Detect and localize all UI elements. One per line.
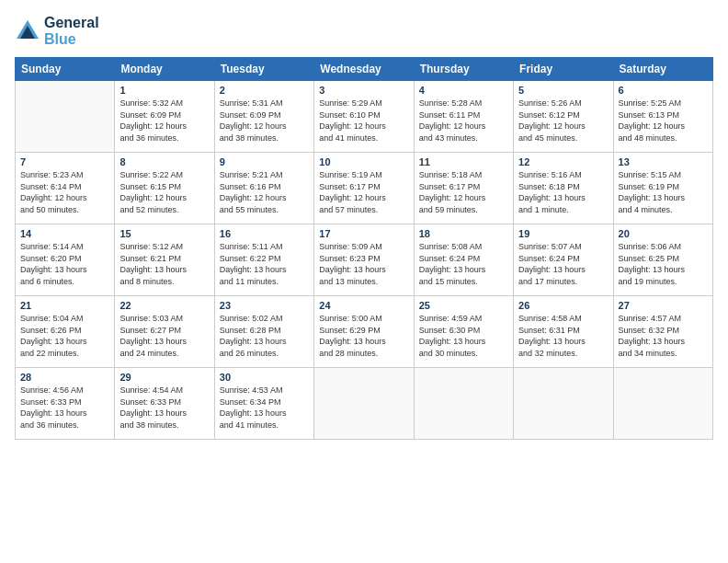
day-info: Sunrise: 5:22 AM Sunset: 6:15 PM Dayligh… — [119, 169, 209, 215]
calendar-cell: 15Sunrise: 5:12 AM Sunset: 6:21 PM Dayli… — [115, 224, 214, 296]
day-number: 25 — [419, 300, 508, 311]
calendar-cell: 26Sunrise: 4:58 AM Sunset: 6:31 PM Dayli… — [514, 296, 613, 368]
day-info: Sunrise: 5:08 AM Sunset: 6:24 PM Dayligh… — [419, 241, 508, 287]
day-info: Sunrise: 4:56 AM Sunset: 6:33 PM Dayligh… — [20, 385, 109, 431]
day-number: 9 — [220, 156, 309, 167]
day-info: Sunrise: 5:04 AM Sunset: 6:26 PM Dayligh… — [20, 313, 109, 359]
day-number: 19 — [518, 228, 608, 239]
day-info: Sunrise: 4:59 AM Sunset: 6:30 PM Dayligh… — [419, 313, 508, 359]
day-number: 26 — [518, 300, 608, 311]
day-number: 10 — [319, 156, 408, 167]
calendar-cell: 2Sunrise: 5:31 AM Sunset: 6:09 PM Daylig… — [214, 81, 313, 153]
day-info: Sunrise: 5:14 AM Sunset: 6:20 PM Dayligh… — [20, 241, 109, 287]
day-info: Sunrise: 5:03 AM Sunset: 6:27 PM Dayligh… — [119, 313, 209, 359]
day-number: 23 — [220, 300, 309, 311]
day-info: Sunrise: 5:32 AM Sunset: 6:09 PM Dayligh… — [119, 98, 209, 144]
calendar-cell — [314, 368, 414, 440]
day-number: 27 — [619, 300, 708, 311]
day-info: Sunrise: 5:09 AM Sunset: 6:23 PM Dayligh… — [319, 241, 408, 287]
calendar-cell: 20Sunrise: 5:06 AM Sunset: 6:25 PM Dayli… — [613, 224, 712, 296]
day-number: 28 — [20, 372, 109, 383]
day-info: Sunrise: 4:58 AM Sunset: 6:31 PM Dayligh… — [518, 313, 608, 359]
day-info: Sunrise: 5:31 AM Sunset: 6:09 PM Dayligh… — [220, 98, 309, 144]
calendar-header-row: SundayMondayTuesdayWednesdayThursdayFrid… — [16, 58, 713, 81]
calendar-cell: 18Sunrise: 5:08 AM Sunset: 6:24 PM Dayli… — [414, 224, 513, 296]
calendar-cell: 5Sunrise: 5:26 AM Sunset: 6:12 PM Daylig… — [514, 81, 613, 153]
calendar-header-thursday: Thursday — [414, 58, 513, 81]
calendar-week-1: 1Sunrise: 5:32 AM Sunset: 6:09 PM Daylig… — [16, 81, 713, 153]
calendar-cell: 21Sunrise: 5:04 AM Sunset: 6:26 PM Dayli… — [16, 296, 115, 368]
day-info: Sunrise: 5:25 AM Sunset: 6:13 PM Dayligh… — [619, 98, 708, 144]
calendar-cell: 7Sunrise: 5:23 AM Sunset: 6:14 PM Daylig… — [16, 153, 115, 224]
day-info: Sunrise: 5:06 AM Sunset: 6:25 PM Dayligh… — [619, 241, 708, 287]
day-number: 15 — [119, 228, 209, 239]
calendar-week-3: 14Sunrise: 5:14 AM Sunset: 6:20 PM Dayli… — [16, 224, 713, 296]
calendar-cell: 17Sunrise: 5:09 AM Sunset: 6:23 PM Dayli… — [314, 224, 414, 296]
calendar-week-4: 21Sunrise: 5:04 AM Sunset: 6:26 PM Dayli… — [16, 296, 713, 368]
calendar-cell: 1Sunrise: 5:32 AM Sunset: 6:09 PM Daylig… — [115, 81, 214, 153]
day-number: 5 — [518, 85, 608, 96]
page: General Blue SundayMondayTuesdayWednesda… — [0, 0, 728, 563]
day-info: Sunrise: 5:23 AM Sunset: 6:14 PM Dayligh… — [20, 169, 109, 215]
day-info: Sunrise: 5:11 AM Sunset: 6:22 PM Dayligh… — [220, 241, 309, 287]
calendar-week-5: 28Sunrise: 4:56 AM Sunset: 6:33 PM Dayli… — [16, 368, 713, 440]
day-info: Sunrise: 5:18 AM Sunset: 6:17 PM Dayligh… — [419, 169, 508, 215]
logo-icon — [15, 18, 40, 44]
calendar-cell: 4Sunrise: 5:28 AM Sunset: 6:11 PM Daylig… — [414, 81, 513, 153]
day-number: 3 — [319, 85, 408, 96]
calendar-week-2: 7Sunrise: 5:23 AM Sunset: 6:14 PM Daylig… — [16, 153, 713, 224]
day-info: Sunrise: 5:21 AM Sunset: 6:16 PM Dayligh… — [220, 169, 309, 215]
day-info: Sunrise: 5:16 AM Sunset: 6:18 PM Dayligh… — [518, 169, 608, 215]
day-info: Sunrise: 4:57 AM Sunset: 6:32 PM Dayligh… — [619, 313, 708, 359]
day-number: 13 — [619, 156, 708, 167]
day-number: 4 — [419, 85, 508, 96]
day-number: 14 — [20, 228, 109, 239]
day-number: 24 — [319, 300, 408, 311]
calendar-cell: 13Sunrise: 5:15 AM Sunset: 6:19 PM Dayli… — [613, 153, 712, 224]
day-info: Sunrise: 4:53 AM Sunset: 6:34 PM Dayligh… — [220, 385, 309, 431]
day-number: 20 — [619, 228, 708, 239]
day-info: Sunrise: 5:15 AM Sunset: 6:19 PM Dayligh… — [619, 169, 708, 215]
day-info: Sunrise: 5:28 AM Sunset: 6:11 PM Dayligh… — [419, 98, 508, 144]
calendar-header-wednesday: Wednesday — [314, 58, 414, 81]
calendar-header-monday: Monday — [115, 58, 214, 81]
calendar: SundayMondayTuesdayWednesdayThursdayFrid… — [15, 57, 713, 440]
day-number: 12 — [518, 156, 608, 167]
day-number: 16 — [220, 228, 309, 239]
day-number: 29 — [119, 372, 209, 383]
day-info: Sunrise: 5:12 AM Sunset: 6:21 PM Dayligh… — [119, 241, 209, 287]
calendar-cell: 14Sunrise: 5:14 AM Sunset: 6:20 PM Dayli… — [16, 224, 115, 296]
day-info: Sunrise: 5:00 AM Sunset: 6:29 PM Dayligh… — [319, 313, 408, 359]
calendar-header-saturday: Saturday — [613, 58, 712, 81]
calendar-cell: 29Sunrise: 4:54 AM Sunset: 6:33 PM Dayli… — [115, 368, 214, 440]
calendar-cell: 24Sunrise: 5:00 AM Sunset: 6:29 PM Dayli… — [314, 296, 414, 368]
calendar-header-tuesday: Tuesday — [214, 58, 313, 81]
day-info: Sunrise: 4:54 AM Sunset: 6:33 PM Dayligh… — [119, 385, 209, 431]
calendar-cell: 23Sunrise: 5:02 AM Sunset: 6:28 PM Dayli… — [214, 296, 313, 368]
day-info: Sunrise: 5:29 AM Sunset: 6:10 PM Dayligh… — [319, 98, 408, 144]
calendar-cell: 8Sunrise: 5:22 AM Sunset: 6:15 PM Daylig… — [115, 153, 214, 224]
day-number: 1 — [119, 85, 209, 96]
calendar-cell: 3Sunrise: 5:29 AM Sunset: 6:10 PM Daylig… — [314, 81, 414, 153]
day-number: 11 — [419, 156, 508, 167]
day-number: 2 — [220, 85, 309, 96]
day-info: Sunrise: 5:07 AM Sunset: 6:24 PM Dayligh… — [518, 241, 608, 287]
logo: General Blue — [15, 15, 99, 48]
day-info: Sunrise: 5:26 AM Sunset: 6:12 PM Dayligh… — [518, 98, 608, 144]
day-number: 8 — [119, 156, 209, 167]
calendar-cell: 25Sunrise: 4:59 AM Sunset: 6:30 PM Dayli… — [414, 296, 513, 368]
calendar-cell: 12Sunrise: 5:16 AM Sunset: 6:18 PM Dayli… — [514, 153, 613, 224]
calendar-cell: 10Sunrise: 5:19 AM Sunset: 6:17 PM Dayli… — [314, 153, 414, 224]
day-number: 17 — [319, 228, 408, 239]
day-number: 21 — [20, 300, 109, 311]
header: General Blue — [15, 15, 713, 48]
calendar-header-sunday: Sunday — [16, 58, 115, 81]
calendar-cell: 22Sunrise: 5:03 AM Sunset: 6:27 PM Dayli… — [115, 296, 214, 368]
calendar-cell: 6Sunrise: 5:25 AM Sunset: 6:13 PM Daylig… — [613, 81, 712, 153]
day-info: Sunrise: 5:19 AM Sunset: 6:17 PM Dayligh… — [319, 169, 408, 215]
calendar-header-friday: Friday — [514, 58, 613, 81]
calendar-cell — [414, 368, 513, 440]
calendar-cell: 27Sunrise: 4:57 AM Sunset: 6:32 PM Dayli… — [613, 296, 712, 368]
calendar-cell — [514, 368, 613, 440]
calendar-cell: 11Sunrise: 5:18 AM Sunset: 6:17 PM Dayli… — [414, 153, 513, 224]
